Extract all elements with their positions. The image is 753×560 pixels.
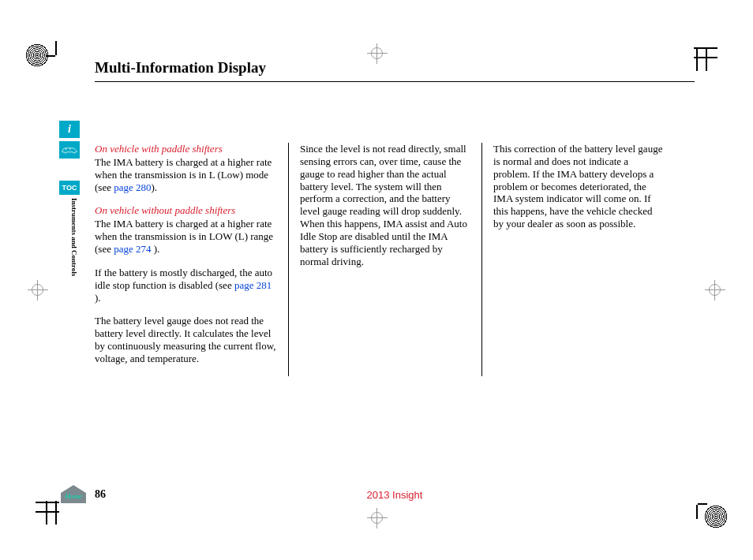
registration-mark-bottom [367, 508, 388, 528]
home-button[interactable]: Home [59, 483, 88, 504]
model-year-label: 2013 Insight [95, 489, 695, 501]
registration-mark-left [28, 280, 48, 301]
car-icon[interactable] [59, 141, 80, 159]
column-3: This correction of the battery level gau… [481, 143, 675, 376]
info-icon[interactable]: i [59, 121, 80, 138]
crop-mark [694, 57, 717, 58]
registration-mark-right [705, 280, 725, 301]
paragraph: If the battery is mostly discharged, the… [95, 267, 277, 304]
paragraph: Since the level is not read directly, sm… [300, 143, 470, 268]
page-content: Multi-Information Display i TOC Instrume… [59, 59, 695, 501]
registration-radial-br [704, 505, 728, 528]
body-text: ). [95, 292, 101, 304]
paragraph: On vehicle without paddle shifters The I… [95, 204, 277, 255]
paragraph: The battery level gauge does not read th… [95, 315, 277, 364]
page-link-281[interactable]: page 281 [234, 279, 272, 291]
crop-mark [706, 47, 707, 71]
body-text: ). [151, 243, 159, 255]
column-2: Since the level is not read directly, sm… [288, 143, 481, 376]
paragraph: On vehicle with paddle shifters The IMA … [95, 143, 277, 193]
crop-mark [55, 41, 57, 55]
title-rule [95, 81, 695, 82]
page-link-280[interactable]: page 280 [114, 181, 151, 193]
crop-mark [46, 501, 47, 525]
crop-mark [696, 47, 698, 71]
body-text: ). [151, 181, 157, 193]
condition-note: On vehicle with paddle shifters [95, 143, 277, 155]
text-columns: On vehicle with paddle shifters The IMA … [95, 143, 675, 376]
side-icon-bar: i TOC [59, 121, 80, 195]
section-label: Instruments and Controls [70, 198, 78, 276]
crop-mark [696, 505, 698, 519]
column-1: On vehicle with paddle shifters The IMA … [95, 143, 288, 376]
page-link-274[interactable]: page 274 [114, 243, 151, 255]
home-label: Home [64, 492, 82, 500]
paragraph: This correction of the battery level gau… [493, 143, 664, 230]
page-title: Multi-Information Display [95, 59, 695, 77]
page-footer: Home 86 2013 Insight [95, 488, 695, 501]
crop-mark [55, 501, 57, 525]
condition-note: On vehicle without paddle shifters [95, 204, 277, 217]
crop-mark [46, 55, 55, 57]
car-outline-icon [61, 145, 78, 155]
crop-mark [698, 503, 707, 505]
toc-button[interactable]: TOC [59, 181, 80, 195]
crop-mark [694, 47, 717, 49]
